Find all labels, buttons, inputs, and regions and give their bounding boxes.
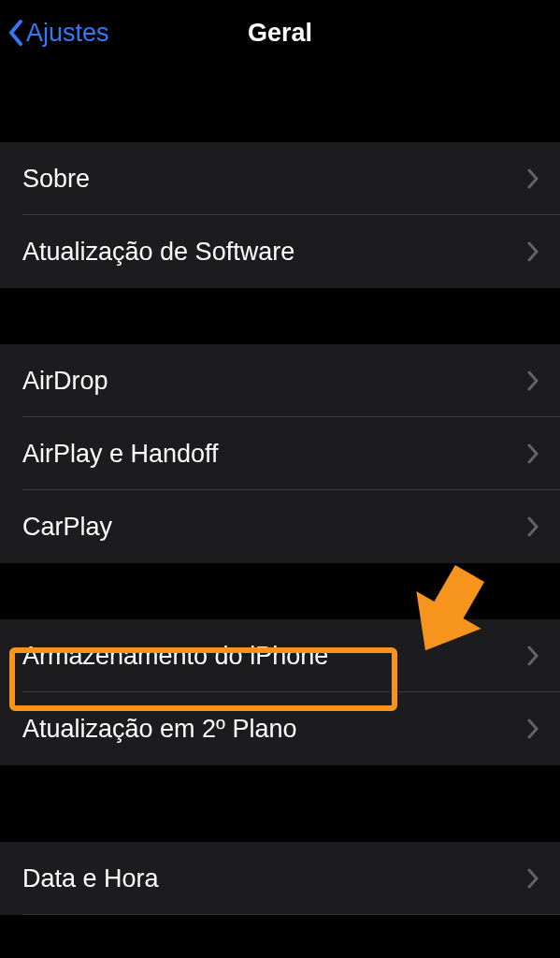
row-carplay[interactable]: CarPlay [0,490,560,563]
row-label: Atualização em 2º Plano [22,715,297,744]
row-label: Sobre [22,165,90,194]
chevron-right-icon [526,370,539,391]
row-about[interactable]: Sobre [0,142,560,215]
row-date-time[interactable]: Data e Hora [0,842,560,915]
section-spacer [0,288,560,344]
row-label: Armazenamento do iPhone [22,642,328,671]
chevron-right-icon [526,516,539,537]
row-software-update[interactable]: Atualização de Software [0,215,560,288]
section-spacer [0,563,560,619]
back-label: Ajustes [26,19,109,48]
row-label: AirDrop [22,367,108,396]
settings-group-3: Armazenamento do iPhone Atualização em 2… [0,619,560,765]
chevron-right-icon [526,168,539,189]
back-button[interactable]: Ajustes [0,19,109,48]
chevron-right-icon [526,718,539,739]
row-background-app-refresh[interactable]: Atualização em 2º Plano [0,692,560,765]
separator [22,914,560,915]
settings-group-1: Sobre Atualização de Software [0,142,560,288]
section-spacer [0,765,560,842]
settings-group-4: Data e Hora [0,842,560,915]
row-airplay-handoff[interactable]: AirPlay e Handoff [0,417,560,490]
chevron-left-icon [7,19,24,47]
navigation-header: Ajustes Geral [0,0,560,65]
section-spacer [0,65,560,142]
chevron-right-icon [526,241,539,262]
page-title: Geral [248,19,312,48]
row-label: Data e Hora [22,864,159,893]
row-label: Atualização de Software [22,238,294,267]
row-label: CarPlay [22,513,112,542]
chevron-right-icon [526,443,539,464]
chevron-right-icon [526,868,539,889]
row-airdrop[interactable]: AirDrop [0,344,560,417]
row-label: AirPlay e Handoff [22,440,219,469]
settings-group-2: AirDrop AirPlay e Handoff CarPlay [0,344,560,563]
chevron-right-icon [526,646,539,666]
row-iphone-storage[interactable]: Armazenamento do iPhone [0,619,560,692]
